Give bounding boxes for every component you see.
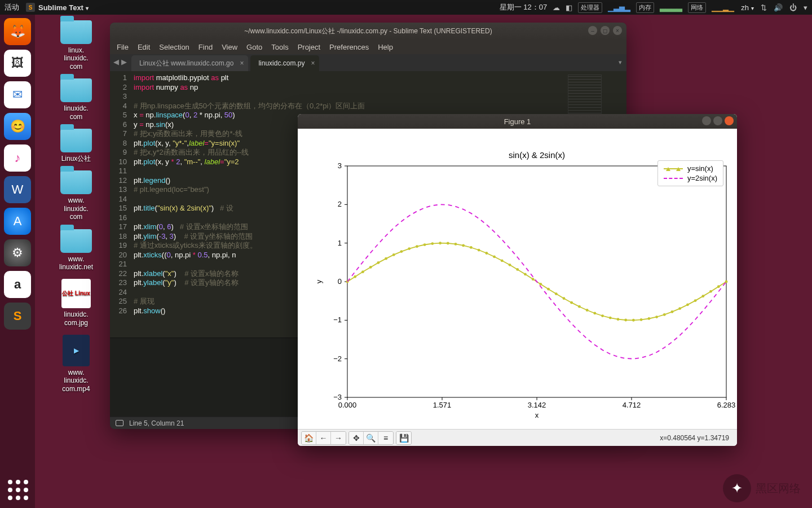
svg-point-71: [678, 307, 681, 310]
firefox-icon[interactable]: 🦊: [4, 18, 31, 45]
figure-close-button[interactable]: [725, 116, 734, 125]
editor-tab[interactable]: linuxidc.com.py×: [250, 55, 319, 71]
subplots-button[interactable]: ≡: [378, 432, 393, 444]
figure-maximize-button[interactable]: [713, 116, 722, 125]
desktop-item-label: www. linuxidc. com: [64, 196, 88, 221]
figure-titlebar[interactable]: Figure 1: [298, 114, 737, 129]
pan-button[interactable]: ✥: [349, 432, 364, 444]
svg-point-51: [524, 273, 527, 275]
zoom-button[interactable]: 🔍: [364, 432, 378, 444]
image-viewer-icon[interactable]: 🖼: [4, 50, 31, 77]
mail-icon[interactable]: ✉: [4, 81, 31, 108]
svg-point-40: [439, 242, 442, 244]
editor-tab[interactable]: Linux公社 www.linuxidc.com.go×: [131, 55, 248, 71]
menu-preferences[interactable]: Preferences: [329, 43, 369, 51]
settings-icon[interactable]: ⚙: [4, 239, 31, 266]
matplotlib-window: Figure 1 −3−2−101230.0001.5713.1424.7126…: [298, 114, 737, 446]
desktop-item[interactable]: www. linuxidc. com: [45, 170, 107, 221]
show-applications-icon[interactable]: [8, 480, 28, 500]
sublime-icon: S: [26, 3, 35, 12]
close-button[interactable]: ×: [613, 26, 622, 35]
svg-text:0: 0: [338, 277, 342, 286]
app-menu[interactable]: S Sublime Text: [26, 3, 89, 12]
legend-marker-2sin: [664, 178, 683, 179]
svg-text:1: 1: [338, 239, 342, 247]
menu-find[interactable]: Find: [198, 43, 213, 51]
svg-point-58: [578, 305, 581, 308]
svg-point-75: [709, 290, 712, 293]
forward-button[interactable]: →: [331, 432, 346, 444]
window-title: ~/www.linuxidc.com/Linux公社 -/linuxidc.co…: [244, 27, 492, 36]
tab-close-icon[interactable]: ×: [240, 59, 244, 67]
weather-icon: ☁: [553, 3, 560, 12]
back-button[interactable]: ←: [316, 432, 331, 444]
app-store-icon[interactable]: A: [4, 208, 31, 235]
clock[interactable]: 星期一 12：07: [500, 2, 548, 12]
cpu-indicator[interactable]: 处理器: [578, 2, 602, 13]
desktop-item[interactable]: linuxidc. com: [45, 78, 107, 121]
save-button[interactable]: 💾: [396, 432, 411, 444]
watermark-icon: ✦: [723, 474, 751, 502]
menu-file[interactable]: File: [117, 43, 129, 51]
mp4-file-icon: ▶: [63, 335, 90, 366]
system-menu-icon[interactable]: ▾: [804, 3, 807, 12]
files-icon[interactable]: 😊: [4, 113, 31, 140]
tab-history-nav[interactable]: ◀ ▶: [113, 58, 127, 66]
legend-marker-sin: [664, 168, 683, 169]
svg-point-38: [423, 243, 426, 246]
svg-point-36: [408, 247, 411, 250]
activities-button[interactable]: 活动: [5, 2, 19, 12]
folder-icon: [60, 78, 92, 102]
menu-edit[interactable]: Edit: [138, 43, 150, 51]
window-titlebar[interactable]: ~/www.linuxidc.com/Linux公社 -/linuxidc.co…: [110, 23, 626, 40]
sublime-launcher-icon[interactable]: S: [4, 303, 31, 330]
desktop-item[interactable]: linux. linuxidc. com: [45, 20, 107, 71]
menu-help[interactable]: Help: [378, 43, 393, 51]
legend-label-0: y=sin(x): [687, 164, 713, 173]
svg-point-54: [547, 288, 550, 291]
maximize-button[interactable]: ◻: [601, 26, 610, 35]
menu-goto[interactable]: Goto: [246, 43, 262, 51]
input-method[interactable]: zh: [741, 3, 754, 12]
mem-indicator[interactable]: 内存: [636, 2, 654, 13]
svg-point-76: [717, 285, 720, 288]
tab-close-icon[interactable]: ×: [311, 59, 315, 67]
panel-switch-icon[interactable]: [116, 420, 123, 426]
minimize-button[interactable]: –: [588, 26, 597, 35]
music-icon[interactable]: ♪: [4, 144, 31, 172]
svg-point-41: [447, 242, 449, 245]
net-graph-icon: ▁▁▂▁: [712, 3, 734, 12]
menu-project[interactable]: Project: [298, 43, 320, 51]
amazon-icon[interactable]: a: [4, 271, 31, 298]
volume-icon[interactable]: 🔊: [774, 3, 783, 12]
tab-dropdown-icon[interactable]: ▾: [619, 59, 622, 66]
net-indicator[interactable]: 网络: [688, 2, 706, 13]
figure-minimize-button[interactable]: [702, 116, 711, 125]
folder-icon: [60, 129, 92, 152]
legend-label-1: y=2sin(x): [687, 174, 717, 182]
desktop-item[interactable]: ▶www. linuxidc. com.mp4: [45, 335, 107, 393]
watermark: ✦ 黑区网络: [723, 474, 801, 502]
figure-canvas[interactable]: −3−2−101230.0001.5713.1424.7126.283sin(x…: [298, 129, 737, 429]
desktop-item[interactable]: Linux公社: [45, 129, 107, 163]
menu-tools[interactable]: Tools: [271, 43, 288, 51]
desktop-item[interactable]: www. linuxidc.net: [45, 229, 107, 271]
desktop-item[interactable]: 公社 Linuxlinuxidc. com.jpg: [45, 279, 107, 327]
svg-point-45: [478, 249, 480, 252]
svg-point-68: [655, 316, 658, 318]
home-button[interactable]: 🏠: [302, 432, 316, 444]
network-icon[interactable]: ⇅: [761, 3, 767, 12]
word-icon[interactable]: W: [4, 176, 31, 203]
notification-icon[interactable]: ◧: [566, 3, 572, 12]
svg-point-55: [555, 292, 558, 295]
svg-point-42: [454, 243, 457, 246]
cursor-coords: x=0.480564 y=1.34719: [660, 434, 734, 442]
jpg-file-icon: 公社 Linux: [61, 279, 91, 308]
power-icon[interactable]: ⏻: [789, 3, 797, 12]
svg-text:3: 3: [338, 161, 342, 170]
svg-point-74: [701, 295, 704, 297]
menu-selection[interactable]: Selection: [159, 43, 189, 51]
menu-view[interactable]: View: [222, 43, 237, 51]
desktop-icons: linux. linuxidc. comlinuxidc. comLinux公社…: [45, 20, 107, 393]
svg-point-72: [686, 303, 689, 306]
